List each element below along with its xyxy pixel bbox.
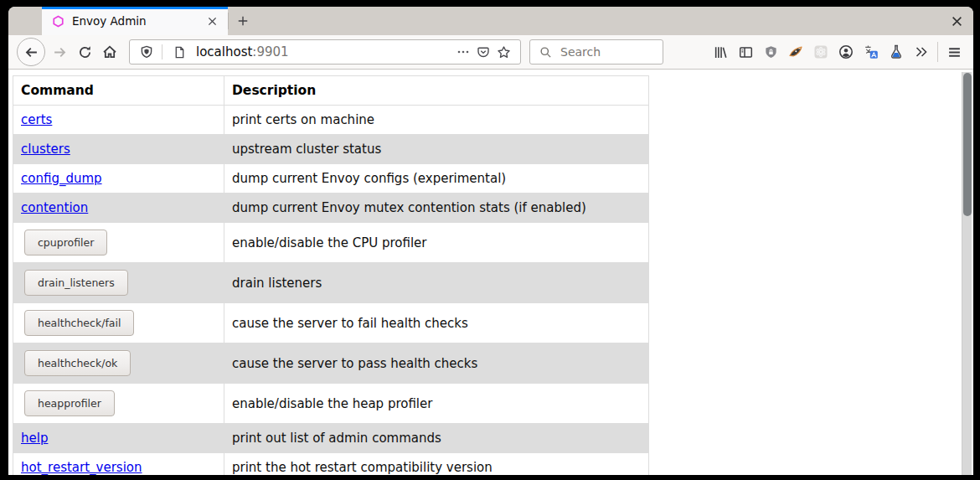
translate-extension-icon bbox=[864, 44, 879, 59]
hamburger-menu-button[interactable] bbox=[941, 39, 967, 65]
command-cell: config_dump bbox=[13, 164, 224, 194]
command-button-heapprofiler[interactable]: heapprofiler bbox=[24, 390, 115, 416]
pocket-icon[interactable] bbox=[473, 42, 493, 62]
command-button-healthcheck/fail[interactable]: healthcheck/fail bbox=[24, 310, 134, 336]
tab-envoy-admin[interactable]: Envoy Admin bbox=[42, 7, 228, 35]
search-icon bbox=[535, 42, 555, 62]
description-cell: upstream cluster status bbox=[224, 135, 649, 164]
description-cell: print certs on machine bbox=[224, 106, 649, 135]
url-bar[interactable]: localhost:9901 bbox=[129, 39, 521, 65]
new-tab-button[interactable] bbox=[229, 7, 257, 35]
description-cell: drain listeners bbox=[224, 263, 649, 303]
page-content: Command Description certsprint certs on … bbox=[8, 70, 973, 475]
description-cell: cause the server to pass health checks bbox=[224, 343, 649, 384]
tabbar-drag-area bbox=[257, 7, 940, 35]
active-tab-accent bbox=[42, 7, 228, 9]
command-cell: contention bbox=[13, 194, 224, 223]
toolbar-separator bbox=[937, 42, 938, 62]
reload-icon bbox=[78, 45, 92, 59]
flask-extension-button[interactable] bbox=[884, 39, 909, 65]
flask-extension-icon bbox=[889, 44, 904, 59]
toolbar-extension-strip bbox=[708, 39, 967, 65]
scrollbar-thumb[interactable] bbox=[963, 73, 972, 216]
back-arrow-icon bbox=[24, 45, 39, 59]
urlbar-separator bbox=[162, 44, 162, 59]
command-cell: heapprofiler bbox=[13, 384, 224, 424]
table-row-drain_listeners: drain_listenersdrain listeners bbox=[13, 263, 649, 303]
command-button-healthcheck/ok[interactable]: healthcheck/ok bbox=[24, 350, 131, 376]
command-cell: hot_restart_version bbox=[13, 453, 224, 476]
library-button[interactable] bbox=[708, 39, 733, 65]
page-actions-dots-icon[interactable] bbox=[453, 42, 473, 62]
description-cell: print the hot restart compatibility vers… bbox=[224, 453, 649, 476]
description-cell: dump current Envoy configs (experimental… bbox=[224, 164, 649, 194]
library-icon bbox=[714, 45, 728, 59]
header-description: Description bbox=[224, 76, 649, 106]
sidebar-button[interactable] bbox=[733, 39, 758, 65]
table-row-clusters: clustersupstream cluster status bbox=[13, 135, 649, 164]
table-row-hot_restart_version: hot_restart_versionprint the hot restart… bbox=[13, 453, 649, 476]
table-row-config_dump: config_dumpdump current Envoy configs (e… bbox=[13, 164, 649, 194]
table-row-certs: certsprint certs on machine bbox=[13, 106, 649, 135]
browser-window: Envoy Admin bbox=[8, 7, 973, 475]
command-cell: cpuprofiler bbox=[13, 223, 224, 263]
page-document-icon[interactable] bbox=[169, 42, 189, 62]
badger-extension-icon bbox=[788, 44, 803, 59]
forward-button[interactable] bbox=[47, 39, 72, 65]
url-port: :9901 bbox=[252, 44, 288, 59]
account-button[interactable] bbox=[833, 39, 859, 65]
command-link-contention[interactable]: contention bbox=[21, 200, 88, 215]
reload-button[interactable] bbox=[72, 39, 97, 65]
table-row-healthcheck/fail: healthcheck/failcause the server to fail… bbox=[13, 303, 649, 343]
command-link-config_dump[interactable]: config_dump bbox=[21, 171, 102, 186]
description-cell: cause the server to fail health checks bbox=[224, 303, 649, 343]
header-command: Command bbox=[13, 76, 224, 106]
tab-bar: Envoy Admin bbox=[8, 7, 973, 35]
tab-close-icon[interactable] bbox=[203, 12, 221, 30]
command-link-hot_restart_version[interactable]: hot_restart_version bbox=[21, 460, 142, 475]
window-close-button[interactable] bbox=[940, 7, 973, 35]
url-text: localhost:9901 bbox=[196, 44, 289, 59]
command-link-help[interactable]: help bbox=[21, 431, 48, 446]
command-link-certs[interactable]: certs bbox=[21, 112, 52, 127]
command-cell: drain_listeners bbox=[13, 263, 224, 303]
navigation-toolbar: localhost:9901 Search bbox=[8, 35, 973, 70]
back-button[interactable] bbox=[17, 38, 45, 66]
forward-arrow-icon bbox=[53, 45, 67, 59]
overflow-button[interactable] bbox=[909, 39, 934, 65]
description-cell: enable/disable the heap profiler bbox=[224, 384, 649, 424]
command-button-cpuprofiler[interactable]: cpuprofiler bbox=[24, 230, 107, 255]
description-cell: print out list of admin commands bbox=[224, 424, 649, 453]
tracking-protection-shield-icon[interactable] bbox=[137, 42, 157, 62]
tab-title: Envoy Admin bbox=[72, 14, 203, 28]
command-link-clusters[interactable]: clusters bbox=[21, 142, 70, 157]
snowflake-extension-button[interactable] bbox=[808, 39, 833, 65]
table-row-help: helpprint out list of admin commands bbox=[13, 424, 649, 453]
snowflake-extension-icon bbox=[813, 44, 828, 59]
table-row-cpuprofiler: cpuprofilerenable/disable the CPU profil… bbox=[13, 223, 649, 263]
search-bar[interactable]: Search bbox=[529, 39, 663, 65]
command-cell: certs bbox=[13, 106, 224, 135]
table-row-contention: contentiondump current Envoy mutex conte… bbox=[13, 194, 649, 223]
translate-extension-button[interactable] bbox=[859, 39, 884, 65]
command-cell: healthcheck/fail bbox=[13, 303, 224, 343]
command-cell: healthcheck/ok bbox=[13, 343, 224, 384]
search-placeholder: Search bbox=[560, 45, 601, 59]
hamburger-menu-icon bbox=[947, 45, 962, 59]
command-table-body: certsprint certs on machineclustersupstr… bbox=[13, 106, 649, 476]
shield-lock-icon bbox=[764, 45, 778, 59]
command-cell: clusters bbox=[13, 135, 224, 164]
table-row-heapprofiler: heapprofilerenable/disable the heap prof… bbox=[13, 384, 649, 424]
bookmark-star-icon[interactable] bbox=[493, 42, 513, 62]
home-button[interactable] bbox=[97, 39, 122, 65]
table-row-healthcheck/ok: healthcheck/okcause the server to pass h… bbox=[13, 343, 649, 384]
description-cell: enable/disable the CPU profiler bbox=[224, 223, 649, 263]
command-cell: help bbox=[13, 424, 224, 453]
shield-lock-extension-button[interactable] bbox=[758, 39, 783, 65]
envoy-favicon-icon bbox=[52, 15, 64, 28]
vertical-scrollbar[interactable] bbox=[962, 72, 972, 475]
overflow-chevrons-icon bbox=[915, 45, 928, 59]
badger-extension-button[interactable] bbox=[783, 39, 808, 65]
command-button-drain_listeners[interactable]: drain_listeners bbox=[24, 270, 128, 296]
home-icon bbox=[102, 44, 117, 59]
